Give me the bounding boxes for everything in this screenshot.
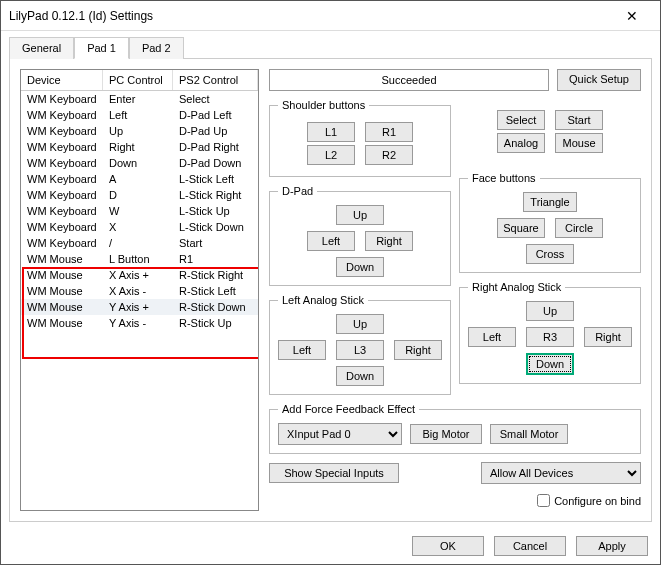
start-button[interactable]: Start — [555, 110, 603, 130]
l1-button[interactable]: L1 — [307, 122, 355, 142]
mouse-button[interactable]: Mouse — [555, 133, 603, 153]
table-row[interactable]: WM KeyboardUpD-Pad Up — [21, 123, 258, 139]
big-motor-button[interactable]: Big Motor — [410, 424, 482, 444]
table-row[interactable]: WM KeyboardAL-Stick Left — [21, 171, 258, 187]
small-motor-button[interactable]: Small Motor — [490, 424, 568, 444]
hdr-ps2[interactable]: PS2 Control — [173, 70, 258, 90]
dialog-buttons: OK Cancel Apply — [1, 528, 660, 564]
rstick-right-button[interactable]: Right — [584, 327, 632, 347]
configure-on-bind-label: Configure on bind — [554, 495, 641, 507]
ok-button[interactable]: OK — [412, 536, 484, 556]
table-row[interactable]: WM Keyboard/Start — [21, 235, 258, 251]
table-row[interactable]: WM KeyboardRightD-Pad Right — [21, 139, 258, 155]
triangle-button[interactable]: Triangle — [523, 192, 577, 212]
shoulder-group: Shoulder buttons L1 R1 L2 R2 — [269, 99, 451, 177]
rstick-down-button[interactable]: Down — [526, 353, 574, 375]
lstick-group: Left Analog Stick Up Left L3 Right Down — [269, 294, 451, 395]
table-row[interactable]: WM KeyboardXL-Stick Down — [21, 219, 258, 235]
list-header: Device PC Control PS2 Control — [21, 70, 258, 91]
table-row[interactable]: WM KeyboardDownD-Pad Down — [21, 155, 258, 171]
misc-group: Select Start Analog Mouse — [459, 99, 641, 164]
table-row[interactable]: WM KeyboardEnterSelect — [21, 91, 258, 107]
dpad-right-button[interactable]: Right — [365, 231, 413, 251]
square-button[interactable]: Square — [497, 218, 545, 238]
tab-body: Device PC Control PS2 Control WM Keyboar… — [9, 59, 652, 522]
analog-button[interactable]: Analog — [497, 133, 545, 153]
r2-button[interactable]: R2 — [365, 145, 413, 165]
configure-on-bind-checkbox[interactable] — [537, 494, 550, 507]
bindings-panel: Device PC Control PS2 Control WM Keyboar… — [20, 69, 259, 511]
hdr-pc[interactable]: PC Control — [103, 70, 173, 90]
bindings-list[interactable]: Device PC Control PS2 Control WM Keyboar… — [20, 69, 259, 511]
r3-button[interactable]: R3 — [526, 327, 574, 347]
titlebar: LilyPad 0.12.1 (Id) Settings ✕ — [1, 1, 660, 31]
dpad-up-button[interactable]: Up — [336, 205, 384, 225]
list-body[interactable]: WM KeyboardEnterSelectWM KeyboardLeftD-P… — [21, 91, 258, 483]
hdr-device[interactable]: Device — [21, 70, 103, 90]
lstick-left-button[interactable]: Left — [278, 340, 326, 360]
circle-button[interactable]: Circle — [555, 218, 603, 238]
window-title: LilyPad 0.12.1 (Id) Settings — [9, 9, 612, 23]
r1-button[interactable]: R1 — [365, 122, 413, 142]
face-group: Face buttons Triangle Square Circle Cros… — [459, 172, 641, 273]
ff-device-select[interactable]: XInput Pad 0 — [278, 423, 402, 445]
dpad-group: D-Pad Up Left Right Down — [269, 185, 451, 286]
dpad-left-button[interactable]: Left — [307, 231, 355, 251]
cross-button[interactable]: Cross — [526, 244, 574, 264]
lstick-up-button[interactable]: Up — [336, 314, 384, 334]
tab-general[interactable]: General — [9, 37, 74, 59]
rstick-left-button[interactable]: Left — [468, 327, 516, 347]
cancel-button[interactable]: Cancel — [494, 536, 566, 556]
rstick-group: Right Analog Stick Up Left R3 Right Down — [459, 281, 641, 384]
l3-button[interactable]: L3 — [336, 340, 384, 360]
status-box: Succeeded — [269, 69, 549, 91]
table-row[interactable]: WM MouseX Axis +R-Stick Right — [21, 267, 258, 283]
select-button[interactable]: Select — [497, 110, 545, 130]
special-inputs-button[interactable]: Show Special Inputs — [269, 463, 399, 483]
tab-pad1[interactable]: Pad 1 — [74, 37, 129, 59]
close-icon[interactable]: ✕ — [612, 4, 652, 28]
table-row[interactable]: WM MouseY Axis -R-Stick Up — [21, 315, 258, 331]
l2-button[interactable]: L2 — [307, 145, 355, 165]
tab-pad2[interactable]: Pad 2 — [129, 37, 184, 59]
table-row[interactable]: WM KeyboardLeftD-Pad Left — [21, 107, 258, 123]
apply-button[interactable]: Apply — [576, 536, 648, 556]
allow-devices-select[interactable]: Allow All Devices — [481, 462, 641, 484]
table-row[interactable]: WM MouseY Axis +R-Stick Down — [21, 299, 258, 315]
table-row[interactable]: WM MouseL ButtonR1 — [21, 251, 258, 267]
settings-window: LilyPad 0.12.1 (Id) Settings ✕ General P… — [0, 0, 661, 565]
table-row[interactable]: WM KeyboardWL-Stick Up — [21, 203, 258, 219]
mapping-panel: Succeeded Quick Setup Shoulder buttons L… — [269, 69, 641, 511]
rstick-up-button[interactable]: Up — [526, 301, 574, 321]
dpad-down-button[interactable]: Down — [336, 257, 384, 277]
table-row[interactable]: WM MouseX Axis -R-Stick Left — [21, 283, 258, 299]
table-row[interactable]: WM KeyboardDL-Stick Right — [21, 187, 258, 203]
lstick-down-button[interactable]: Down — [336, 366, 384, 386]
quick-setup-button[interactable]: Quick Setup — [557, 69, 641, 91]
lstick-right-button[interactable]: Right — [394, 340, 442, 360]
tab-strip: General Pad 1 Pad 2 — [9, 37, 652, 59]
ff-group: Add Force Feedback Effect XInput Pad 0 B… — [269, 403, 641, 454]
